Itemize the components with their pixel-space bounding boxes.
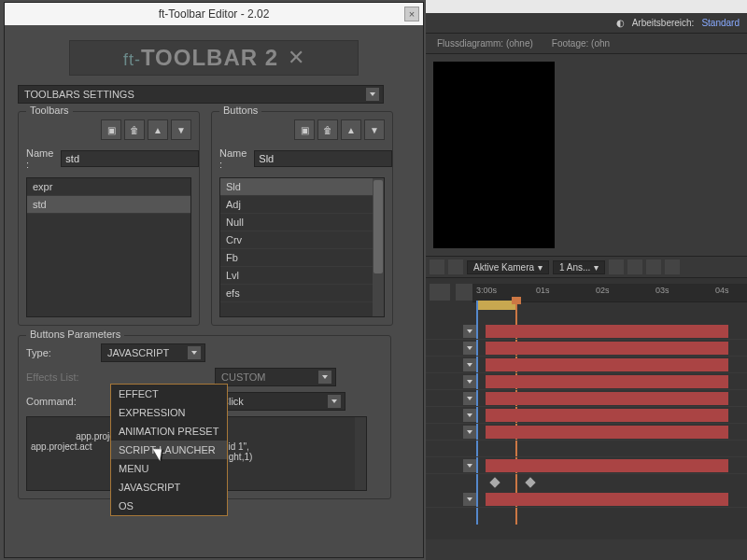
layer-bar[interactable] — [486, 392, 728, 405]
name-label: Name : — [26, 147, 53, 170]
chevron-down-icon — [318, 371, 331, 384]
dropdown-option[interactable]: JAVASCRIPT — [111, 478, 227, 497]
layer-row[interactable] — [426, 323, 747, 340]
layer-row[interactable] — [426, 424, 747, 441]
dropdown-label: TOOLBARS SETTINGS — [24, 89, 134, 100]
layer-bar[interactable] — [486, 409, 728, 422]
keyframe-icon[interactable] — [489, 477, 500, 487]
new-button-button[interactable]: ▣ — [294, 119, 315, 140]
fieldset-legend: Buttons — [219, 105, 261, 116]
effects-list-dropdown[interactable]: CUSTOM — [215, 368, 336, 386]
dropdown-option[interactable]: ANIMATION PRESET — [111, 422, 227, 441]
layer-bar[interactable] — [486, 342, 728, 355]
dropdown-option[interactable]: OS — [111, 497, 227, 515]
ae-window-chrome — [426, 0, 747, 13]
chevron-down-icon[interactable] — [463, 358, 476, 371]
close-button[interactable]: × — [404, 7, 419, 21]
tick: 02s — [596, 286, 610, 295]
layer-row[interactable] — [426, 357, 747, 373]
grid-icon[interactable] — [430, 259, 444, 274]
scrollbar[interactable] — [355, 417, 366, 490]
layer-row[interactable] — [426, 373, 747, 390]
move-up-button[interactable]: ▲ — [148, 119, 168, 140]
layer-bar[interactable] — [486, 493, 728, 506]
layer-row[interactable] — [426, 407, 747, 424]
keyframe-row — [426, 474, 747, 491]
dropdown-option[interactable]: SCRIPT LAUNCHER — [111, 441, 227, 459]
layer-bar[interactable] — [486, 358, 728, 371]
layer-row[interactable] — [426, 491, 747, 508]
layer-row[interactable] — [426, 390, 747, 407]
workspace-dropdown[interactable]: Standard — [701, 18, 740, 28]
layer-row[interactable] — [426, 457, 747, 474]
buttons-listbox[interactable]: Sld Adj Null Crv Fb Lvl efs — [219, 177, 385, 317]
tb-icon-2[interactable] — [627, 259, 642, 274]
window-title: ft-Toolbar Editor - 2.02 — [159, 7, 270, 21]
layer-bar[interactable] — [486, 375, 728, 388]
delete-button-button[interactable]: 🗑 — [317, 119, 338, 140]
list-item[interactable]: efs — [220, 285, 384, 302]
list-item[interactable]: std — [27, 196, 190, 214]
chevron-down-icon[interactable] — [463, 426, 476, 439]
dropdown-option[interactable]: EFFECT — [111, 385, 227, 403]
tl-icon-1[interactable] — [430, 284, 450, 301]
composition-preview — [426, 54, 747, 256]
chevron-down-icon[interactable] — [463, 493, 476, 506]
type-dropdown[interactable]: JAVASCRIPT — [101, 343, 205, 362]
list-item[interactable]: Crv — [220, 231, 384, 249]
dropdown-option[interactable]: MENU — [111, 459, 227, 478]
scrollbar-thumb[interactable] — [374, 180, 383, 273]
move-down-button[interactable]: ▼ — [364, 119, 385, 140]
timeline-icons — [430, 284, 476, 301]
toolbars-settings-dropdown[interactable]: TOOLBARS SETTINGS — [18, 85, 384, 104]
views-dropdown[interactable]: 1 Ans...▾ — [553, 260, 605, 274]
camera-dropdown[interactable]: Aktive Kamera▾ — [467, 260, 549, 274]
command-dropdown[interactable]: Click — [215, 392, 345, 411]
chevron-down-icon[interactable] — [463, 325, 476, 338]
tick: 01s — [536, 286, 550, 295]
timeline-layers — [426, 323, 747, 508]
titlebar[interactable]: ft-Toolbar Editor - 2.02 × — [5, 3, 423, 25]
mouse-cursor — [156, 446, 167, 461]
move-up-button[interactable]: ▲ — [341, 119, 361, 140]
buttons-fieldset: Buttons ▣ 🗑 ▲ ▼ Name : Sld Adj Null Crv … — [211, 111, 393, 326]
tb-icon-4[interactable] — [665, 259, 680, 274]
chevron-down-icon[interactable] — [463, 409, 476, 422]
tb-icon-3[interactable] — [646, 259, 661, 274]
command-label: Command: — [26, 396, 92, 407]
keyframe-icon[interactable] — [525, 477, 535, 487]
tools-icon: ✕ — [288, 46, 304, 70]
flowchart-tab[interactable]: Flussdiagramm: (ohne) — [437, 38, 533, 49]
chevron-down-icon[interactable] — [463, 459, 476, 472]
scrollbar[interactable] — [373, 178, 384, 316]
button-name-input[interactable] — [254, 150, 392, 167]
layer-bar[interactable] — [486, 459, 728, 472]
chevron-down-icon[interactable] — [463, 342, 476, 355]
workspace-label: Arbeitsbereich: — [632, 18, 695, 28]
list-item[interactable]: expr — [27, 178, 190, 196]
type-dropdown-menu[interactable]: EFFECT EXPRESSION ANIMATION PRESET SCRIP… — [110, 384, 228, 516]
chevron-down-icon[interactable] — [463, 392, 476, 405]
toolbars-listbox[interactable]: expr std — [26, 177, 191, 317]
layer-row[interactable] — [426, 441, 747, 457]
move-down-button[interactable]: ▼ — [171, 119, 191, 140]
footage-tab[interactable]: Footage: (ohn — [552, 38, 610, 49]
layer-bar[interactable] — [486, 325, 728, 338]
list-item[interactable]: Sld — [220, 178, 384, 196]
fieldset-legend: Buttons Parameters — [26, 329, 124, 340]
list-item[interactable]: Fb — [220, 249, 384, 267]
preview-viewport[interactable] — [433, 62, 555, 248]
chevron-down-icon[interactable] — [463, 375, 476, 388]
list-item[interactable]: Null — [220, 214, 384, 231]
toolbar-name-input[interactable] — [61, 150, 199, 167]
dropdown-option[interactable]: EXPRESSION — [111, 403, 227, 422]
layer-row[interactable] — [426, 340, 747, 357]
layer-bar[interactable] — [486, 426, 728, 439]
list-item[interactable]: Lvl — [220, 267, 384, 285]
tb-icon-1[interactable] — [609, 259, 624, 274]
delete-toolbar-button[interactable]: 🗑 — [124, 119, 145, 140]
new-toolbar-button[interactable]: ▣ — [101, 119, 121, 140]
mask-icon[interactable] — [448, 259, 463, 274]
logo-prefix: ft- — [123, 50, 141, 69]
list-item[interactable]: Adj — [220, 196, 384, 214]
